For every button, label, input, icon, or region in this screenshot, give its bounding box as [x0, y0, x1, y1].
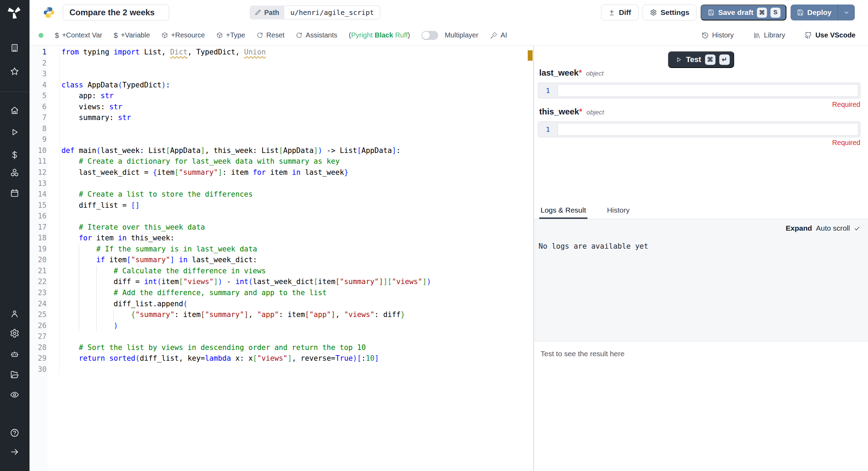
user-icon[interactable] [10, 309, 19, 319]
line-number: 21 [30, 266, 47, 277]
deploy-button[interactable]: Deploy [791, 5, 838, 20]
deploy-options-button[interactable] [838, 5, 855, 20]
add-type-button[interactable]: +Type [216, 31, 245, 39]
deploy-split-button: Deploy [791, 5, 855, 20]
code-line[interactable]: 19 # If the summary is in last_week data [30, 244, 524, 255]
expand-button[interactable]: Expand [786, 224, 812, 232]
code-line[interactable]: 21 # Calculate the difference in views [30, 266, 524, 277]
code-line[interactable]: 30 [30, 364, 524, 375]
code-line[interactable]: 17 # Iterate over this_week data [30, 222, 524, 233]
python-language-icon [43, 6, 55, 19]
code-line[interactable]: 16 [30, 211, 524, 222]
add-variable-label: +Variable [121, 31, 150, 39]
reset-button[interactable]: Reset [257, 31, 284, 39]
use-vscode-button[interactable]: Use VScode [804, 31, 856, 39]
run-panel: Test ⌘ ↵ last_week*object 1 Required thi… [534, 46, 868, 471]
topbar-actions: Diff Settings Save draft ⌘ S Deploy [601, 5, 855, 20]
line-number: 25 [30, 309, 47, 320]
pyright-status: Pyright [351, 31, 373, 39]
reset-label: Reset [266, 31, 284, 39]
cmd-key-badge: ⌘ [757, 8, 767, 18]
add-variable-button[interactable]: $ +Variable [114, 31, 150, 40]
arrow-right-icon[interactable] [10, 447, 19, 457]
code-line[interactable]: 2 [30, 58, 524, 69]
code-line[interactable]: 23 # Add the difference, summary and app… [30, 288, 524, 299]
code-line[interactable]: 6 views: str [30, 102, 524, 113]
calendar-icon[interactable] [10, 188, 19, 198]
add-context-var-button[interactable]: $ +Context Var [55, 31, 102, 40]
diff-icon [608, 9, 615, 16]
code-line[interactable]: 10def main(last_week: List[AppData], thi… [30, 145, 524, 156]
assistants-button[interactable]: Assistants [296, 31, 337, 39]
code-line[interactable]: 11 # Create a dictionary for last_week d… [30, 156, 524, 167]
multiplayer-label-item[interactable]: Multiplayer [445, 31, 478, 39]
play-icon[interactable] [10, 127, 19, 137]
home-icon[interactable] [10, 105, 19, 115]
line-number: 4 [30, 80, 47, 91]
folder-icon[interactable] [10, 370, 19, 379]
code-line[interactable]: 7 summary: str [30, 112, 524, 123]
code-line[interactable]: 20 if item["summary"] in last_week_dict: [30, 255, 524, 266]
gear-icon[interactable] [10, 328, 19, 338]
building-icon[interactable] [10, 43, 19, 53]
history-button[interactable]: History [701, 31, 734, 39]
path-value-input[interactable]: u/henri/agile_script [284, 6, 380, 19]
code-line[interactable]: 13 [30, 178, 524, 189]
code-line[interactable]: 9 [30, 134, 524, 145]
edit-path-button[interactable]: Path [250, 6, 284, 19]
line-number: 27 [30, 331, 47, 342]
tab-logs-result[interactable]: Logs & Result [539, 204, 587, 219]
arg-type: object [586, 70, 604, 77]
code-line[interactable]: 4class AppData(TypedDict): [30, 80, 524, 91]
code-line[interactable]: 26 ) [30, 320, 524, 332]
code-line[interactable]: 29 return sorted(diff_list, key=lambda x… [30, 353, 524, 364]
diff-button[interactable]: Diff [601, 5, 639, 20]
script-title-input[interactable]: Compare the 2 weeks [63, 5, 169, 20]
code-line[interactable]: 24 diff_list.append( [30, 299, 524, 310]
code-line[interactable]: 1from typing import List, Dict, TypedDic… [30, 47, 524, 58]
code-editor[interactable]: 1from typing import List, Dict, TypedDic… [30, 46, 524, 471]
arg-field-last-week: 1 [538, 83, 860, 99]
return-key-badge: ↵ [719, 54, 729, 65]
code-line[interactable]: 28 # Sort the list by views in descendin… [30, 342, 524, 353]
code-line[interactable]: 14 # Create a list to store the differen… [30, 189, 524, 200]
left-sidebar [0, 0, 30, 471]
help-icon[interactable] [10, 428, 19, 438]
code-line[interactable]: 5 app: str [30, 91, 524, 102]
editor-overview-ruler[interactable] [524, 46, 533, 471]
eye-icon[interactable] [10, 390, 19, 400]
save-draft-button[interactable]: Save draft ⌘ S [701, 5, 786, 20]
ai-button[interactable]: AI [490, 31, 507, 39]
line-number: 15 [30, 200, 47, 211]
windmill-logo-icon[interactable] [6, 4, 22, 20]
line-number: 23 [30, 288, 47, 299]
add-resource-button[interactable]: +Resource [161, 31, 205, 39]
tab-history[interactable]: History [606, 204, 631, 217]
dollar-icon[interactable] [10, 150, 19, 160]
library-button[interactable]: Library [753, 31, 785, 39]
arg-input-this-week[interactable] [558, 123, 858, 136]
save-icon [708, 9, 715, 16]
settings-button[interactable]: Settings [643, 5, 697, 20]
code-line[interactable]: 3 [30, 69, 524, 80]
wand-sparkles-icon [490, 32, 498, 39]
multiplayer-toggle[interactable] [422, 31, 438, 40]
result-placeholder: Test to see the result here [541, 350, 625, 358]
line-number: 8 [30, 123, 47, 135]
code-line[interactable]: 18 for item in this_week: [30, 233, 524, 244]
star-icon[interactable] [10, 67, 19, 76]
code-line[interactable]: 8 [30, 123, 524, 135]
code-line[interactable]: 22 diff = int(item["views"]) - int(last_… [30, 276, 524, 288]
autoscroll-toggle[interactable]: Auto scroll [816, 224, 850, 232]
arg-input-last-week[interactable] [558, 84, 858, 97]
code-line[interactable]: 15 diff_list = [] [30, 200, 524, 211]
cubes-icon[interactable] [10, 168, 19, 178]
arg-editor-line-number: 1 [538, 125, 558, 134]
test-button[interactable]: Test ⌘ ↵ [668, 51, 734, 68]
code-line[interactable]: 25 {"summary": item["summary"], "app": i… [30, 309, 524, 320]
code-line[interactable]: 12 last_week_dict = {item["summary"]: it… [30, 167, 524, 178]
bot-icon[interactable] [10, 350, 19, 359]
required-badge: Required [832, 101, 860, 109]
package-icon [216, 32, 223, 38]
code-line[interactable]: 27 [30, 331, 524, 342]
